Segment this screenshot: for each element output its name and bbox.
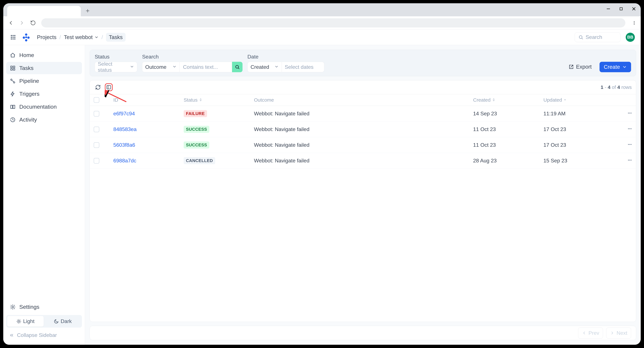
col-outcome: Outcome bbox=[250, 94, 469, 106]
row-checkbox[interactable] bbox=[94, 142, 99, 148]
refresh-icon bbox=[95, 84, 101, 90]
cell-updated: 17 Oct 23 bbox=[540, 137, 610, 153]
sidebar-item-pipeline[interactable]: Pipeline bbox=[6, 75, 82, 87]
cell-updated: 11:19 AM bbox=[540, 106, 610, 122]
svg-rect-19 bbox=[11, 66, 12, 68]
col-created[interactable]: Created bbox=[469, 94, 540, 106]
cell-created: 14 Sep 23 bbox=[469, 106, 540, 122]
sidebar: Home Tasks Pipeline Triggers bbox=[3, 45, 85, 345]
app-logo[interactable] bbox=[22, 33, 31, 42]
sun-icon bbox=[16, 319, 21, 324]
maximize-button[interactable] bbox=[618, 6, 624, 11]
new-tab-button[interactable] bbox=[84, 7, 91, 14]
svg-point-29 bbox=[628, 113, 629, 113]
minimize-button[interactable] bbox=[606, 6, 611, 11]
refresh-button[interactable] bbox=[94, 83, 102, 91]
pager-next-button[interactable]: Next bbox=[606, 328, 631, 339]
filter-search-submit[interactable] bbox=[232, 62, 242, 72]
task-id-link[interactable]: e6f97c94 bbox=[113, 111, 135, 116]
sidebar-item-triggers[interactable]: Triggers bbox=[6, 88, 82, 100]
breadcrumb-current[interactable]: Tasks bbox=[106, 33, 126, 42]
theme-light-button[interactable]: Light bbox=[7, 316, 44, 327]
global-search-input[interactable]: Search bbox=[575, 32, 620, 42]
pager-prev-button[interactable]: Prev bbox=[578, 328, 603, 339]
svg-rect-20 bbox=[13, 66, 15, 68]
svg-point-4 bbox=[11, 35, 12, 36]
svg-rect-21 bbox=[11, 68, 12, 70]
sidebar-item-home[interactable]: Home bbox=[6, 49, 82, 61]
col-updated[interactable]: Updated bbox=[540, 94, 610, 106]
cell-outcome: Webbot: Navigate failed bbox=[250, 153, 469, 169]
filter-bar: Status Select status Search Outcome bbox=[90, 50, 636, 76]
svg-point-11 bbox=[12, 38, 14, 39]
row-actions-button[interactable] bbox=[610, 106, 636, 122]
filter-date-input[interactable]: Select dates bbox=[282, 62, 324, 72]
breadcrumb-project-dropdown[interactable]: Test webbot bbox=[64, 34, 98, 40]
row-checkbox[interactable] bbox=[94, 111, 99, 116]
browser-tab[interactable] bbox=[7, 6, 81, 16]
select-all-checkbox[interactable] bbox=[94, 97, 99, 103]
cell-created: 11 Oct 23 bbox=[469, 137, 540, 153]
sidebar-item-documentation[interactable]: Documentation bbox=[6, 101, 82, 113]
avatar[interactable]: BB bbox=[626, 33, 635, 42]
filter-search-input[interactable]: Contains text... bbox=[180, 62, 232, 72]
browser-menu-button[interactable] bbox=[631, 20, 638, 25]
svg-point-38 bbox=[628, 160, 629, 160]
app-switcher-icon[interactable] bbox=[9, 33, 17, 41]
filter-search-scope-select[interactable]: Outcome bbox=[142, 62, 180, 72]
svg-point-27 bbox=[236, 65, 238, 68]
export-button[interactable]: Export bbox=[566, 61, 594, 72]
filter-status-select[interactable]: Select status bbox=[95, 62, 137, 72]
filter-date-scope-select[interactable]: Created bbox=[248, 62, 282, 72]
chevron-down-icon bbox=[172, 64, 176, 70]
row-actions-button[interactable] bbox=[610, 153, 636, 169]
nav-reload-button[interactable] bbox=[29, 19, 37, 27]
sidebar-nav: Home Tasks Pipeline Triggers bbox=[6, 49, 82, 301]
theme-dark-button[interactable]: Dark bbox=[45, 316, 81, 327]
toggle-side-panel-button[interactable] bbox=[105, 83, 113, 91]
nav-back-button[interactable] bbox=[6, 19, 15, 27]
sidebar-item-settings[interactable]: Settings bbox=[6, 301, 82, 313]
url-input[interactable] bbox=[41, 18, 625, 27]
status-badge: SUCCESS bbox=[184, 126, 209, 133]
table-row: 5603f8a6SUCCESSWebbot: Navigate failed11… bbox=[90, 137, 636, 153]
sidebar-item-tasks[interactable]: Tasks bbox=[6, 62, 82, 74]
theme-dark-label: Dark bbox=[61, 318, 72, 324]
svg-rect-28 bbox=[107, 85, 111, 89]
sort-desc-icon bbox=[563, 98, 567, 102]
svg-point-35 bbox=[628, 144, 629, 145]
collapse-sidebar-button[interactable]: Collapse Sidebar bbox=[6, 330, 82, 341]
arrow-right-icon bbox=[610, 331, 614, 335]
row-actions-button[interactable] bbox=[610, 137, 636, 153]
sidebar-item-label: Tasks bbox=[19, 65, 34, 71]
svg-rect-0 bbox=[620, 7, 622, 10]
tab-strip bbox=[3, 3, 641, 16]
task-id-link[interactable]: 5603f8a6 bbox=[113, 142, 135, 148]
nav-forward-button[interactable] bbox=[18, 19, 26, 27]
row-checkbox[interactable] bbox=[94, 158, 99, 164]
svg-point-14 bbox=[23, 36, 25, 39]
close-window-button[interactable] bbox=[631, 6, 636, 11]
col-status[interactable]: Status bbox=[180, 94, 250, 106]
pager: Prev Next bbox=[90, 326, 636, 340]
row-actions-button[interactable] bbox=[610, 122, 636, 137]
task-id-link[interactable]: 848583ea bbox=[113, 126, 136, 132]
row-checkbox[interactable] bbox=[94, 127, 99, 132]
pager-prev-label: Prev bbox=[588, 330, 599, 336]
pipeline-icon bbox=[10, 78, 16, 84]
cell-created: 28 Aug 23 bbox=[469, 153, 540, 169]
external-link-icon bbox=[568, 64, 574, 69]
create-button[interactable]: Create bbox=[600, 62, 631, 72]
svg-point-25 bbox=[12, 306, 14, 308]
sidebar-item-label: Pipeline bbox=[19, 78, 39, 84]
theme-light-label: Light bbox=[23, 318, 34, 324]
svg-point-1 bbox=[634, 21, 634, 22]
svg-point-40 bbox=[631, 160, 632, 160]
task-id-link[interactable]: 6988a7dc bbox=[113, 158, 136, 164]
svg-point-17 bbox=[25, 36, 27, 38]
svg-point-6 bbox=[14, 35, 15, 36]
breadcrumb-projects[interactable]: Projects bbox=[37, 34, 56, 40]
table-row: 848583eaSUCCESSWebbot: Navigate failed11… bbox=[90, 122, 636, 137]
status-badge: FAILURE bbox=[184, 110, 207, 117]
sidebar-item-activity[interactable]: Activity bbox=[6, 114, 82, 126]
